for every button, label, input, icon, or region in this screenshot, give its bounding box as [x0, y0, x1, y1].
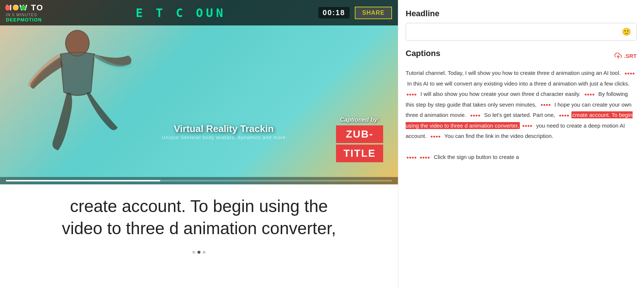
headline-input[interactable]	[411, 29, 622, 35]
progress-bar[interactable]	[6, 180, 392, 181]
dots-separator-5	[470, 115, 480, 117]
video-top-bar: HOW TO IN 5 MINUTES DEEPMOTION E T C OUN…	[0, 0, 398, 25]
headline-input-wrap[interactable]: 🙂	[406, 23, 637, 41]
caption-seg-1: In this AI to we will convert any existi…	[406, 80, 631, 87]
dots-separator-7	[522, 125, 532, 127]
dots-separator-1	[625, 73, 634, 74]
left-panel: HOW TO IN 5 MINUTES DEEPMOTION E T C OUN…	[0, 0, 398, 288]
dot-3	[203, 251, 206, 254]
deepmotion-logo: DEEPMOTION	[6, 17, 43, 22]
srt-upload-button[interactable]: .SRT	[615, 52, 637, 59]
video-progress-area[interactable]	[0, 177, 398, 184]
caption-seg-7: You can find the link in the video descr…	[443, 133, 555, 139]
subtitle-badge: Captioned by: ZUB- TITLE	[336, 117, 383, 162]
dot-2	[197, 251, 200, 254]
video-subtitle: IN 5 MINUTES	[6, 13, 43, 17]
emoji-picker-icon[interactable]: 🙂	[622, 27, 631, 36]
srt-label: .SRT	[624, 53, 637, 59]
dots-separator-3	[585, 94, 594, 96]
vr-sub-text: Unique Skeletal body avatars, dynamics a…	[162, 135, 286, 140]
svg-point-1	[66, 31, 89, 56]
dots-separator-9	[407, 157, 416, 159]
caption-intro: Tutorial channel. Today, I will show you…	[406, 70, 622, 76]
zub-box: ZUB-	[336, 125, 383, 143]
vr-text-overlay: Virtual Reality Trackin Unique Skeletal …	[162, 123, 286, 140]
captions-header: Captions .SRT	[406, 49, 637, 63]
video-timer: 00:18	[318, 7, 350, 18]
title-box: TITLE	[336, 145, 383, 162]
dots-separator-4	[541, 104, 550, 106]
progress-fill	[6, 180, 160, 181]
video-player[interactable]: HOW TO IN 5 MINUTES DEEPMOTION E T C OUN…	[0, 0, 398, 184]
close-dot	[5, 5, 10, 10]
caption-seg-8: Click the sign up button to create a	[432, 154, 519, 160]
share-button[interactable]: SHARE	[355, 7, 392, 19]
caption-seg-2: I will also show you how create your own…	[419, 91, 582, 97]
dots-separator-2	[407, 94, 416, 96]
right-panel: Headline 🙂 Captions .SRT Tutorial channe…	[398, 0, 644, 288]
caption-seg-5: So let's get started. Part one,	[483, 112, 557, 118]
captions-section-title: Captions	[406, 49, 440, 58]
minimize-dot	[13, 5, 18, 10]
human-figure	[22, 22, 133, 170]
caption-subtitle: create account. To begin using the video…	[0, 184, 398, 247]
window-chrome	[5, 5, 26, 10]
vr-main-text: Virtual Reality Trackin	[162, 123, 286, 135]
headline-section-title: Headline	[406, 9, 637, 18]
slide-indicator	[0, 247, 398, 257]
captions-body[interactable]: Tutorial channel. Today, I will show you…	[406, 68, 637, 279]
dot-1	[192, 251, 195, 254]
caption-main-text: create account. To begin using the video…	[29, 195, 368, 240]
dots-separator-10	[420, 157, 430, 159]
dots-separator-6	[559, 115, 569, 117]
captioned-by-text: Captioned by:	[336, 117, 383, 123]
dots-separator-8	[431, 136, 440, 138]
maximize-dot	[21, 5, 26, 10]
upload-cloud-icon	[615, 52, 622, 59]
video-big-center-title: E T C OUN	[136, 6, 226, 20]
